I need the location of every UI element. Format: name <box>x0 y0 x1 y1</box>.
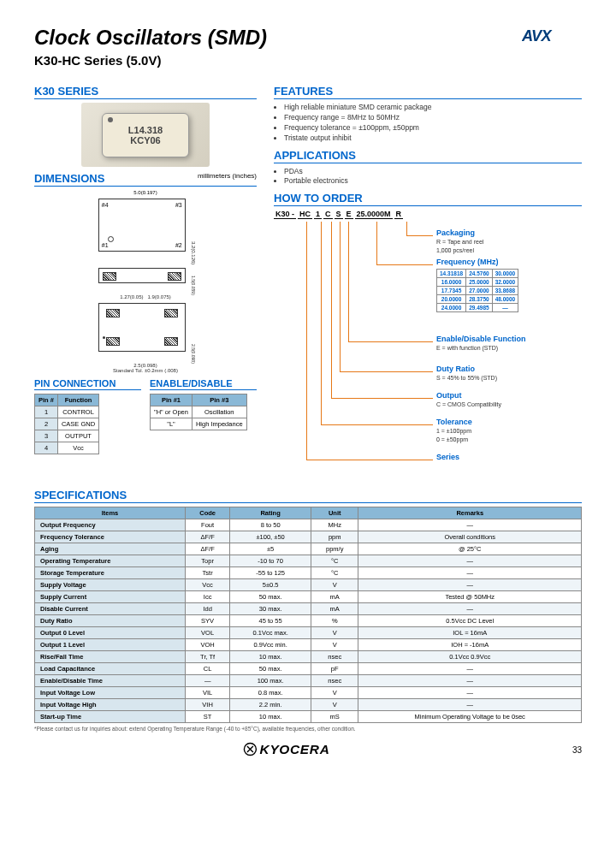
dimensions-units: millimeters (inches) <box>198 172 257 180</box>
applications-list: PDAs Portable electronics <box>274 167 582 187</box>
dimension-drawings: 5.0(0.197) #4 #3 #1 #2 3.2(0.126) 1.5(0.… <box>34 190 257 373</box>
enable-disable-heading: ENABLE/DISABLE <box>150 378 257 390</box>
series-heading: K30 SERIES <box>34 85 257 99</box>
dimensions-heading: DIMENSIONS millimeters (inches) <box>34 172 257 187</box>
kyocera-logo: KYOCERA <box>243 743 363 762</box>
specifications-table: ItemsCodeRatingUnitRemarks Output Freque… <box>34 507 582 723</box>
how-to-order-heading: HOW TO ORDER <box>274 192 582 206</box>
specifications-heading: SPECIFICATIONS <box>34 489 582 503</box>
product-photo: L14.318 KCY06 <box>81 103 210 167</box>
avx-logo: AVX <box>522 26 582 53</box>
svg-text:KYOCERA: KYOCERA <box>260 742 330 756</box>
pin-connection-table: Pin #Function 1CONTROL 2CASE GND 3OUTPUT… <box>34 394 99 454</box>
svg-text:AVX: AVX <box>522 27 554 44</box>
page-subtitle: K30-HC Series (5.0V) <box>34 53 267 68</box>
chip-marking-1: L14.318 <box>128 125 163 135</box>
page-number: 33 <box>572 745 582 755</box>
enable-disable-table: Pin #1Pin #3 "H" or OpenOscillation "L"H… <box>150 394 247 430</box>
chip-marking-2: KCY06 <box>130 135 160 145</box>
ordering-diagram: K30 - HC 1 C S E 25.0000M R PackagingR =… <box>274 210 582 483</box>
applications-heading: APPLICATIONS <box>274 149 582 163</box>
page-title: Clock Oscillators (SMD) <box>34 26 267 50</box>
pin-connection-heading: PIN CONNECTION <box>34 378 141 390</box>
features-list: High reliable miniature SMD ceramic pack… <box>274 103 582 144</box>
features-heading: FEATURES <box>274 85 582 99</box>
footnote: *Please contact us for inquiries about: … <box>34 726 582 732</box>
